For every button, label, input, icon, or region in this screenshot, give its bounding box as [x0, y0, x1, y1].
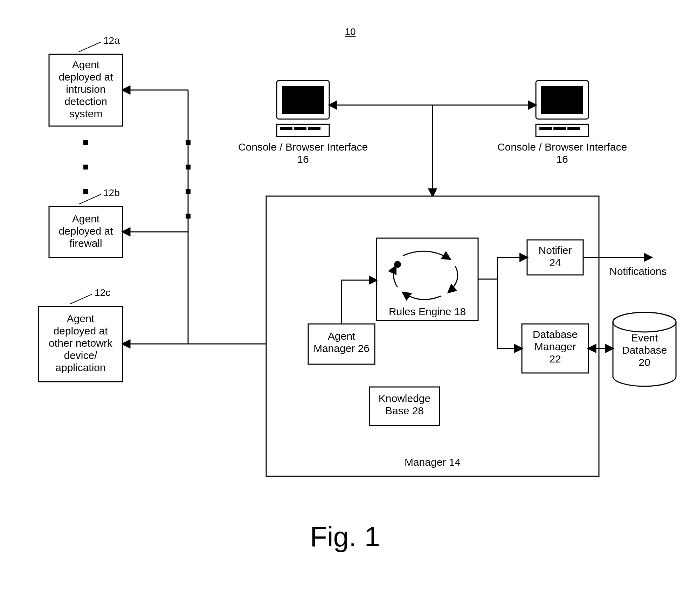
kb-l2: Base 28 — [385, 405, 424, 416]
svg-point-40 — [613, 312, 676, 332]
agent-12b-ref: 12b — [103, 187, 120, 198]
agent-12c-ref: 12c — [95, 287, 110, 298]
svg-rect-27 — [539, 127, 552, 130]
console-right-l1: Console / Browser Interface — [497, 141, 627, 153]
figure-caption: Fig. 1 — [310, 521, 380, 552]
console-right: Console / Browser Interface 16 — [497, 81, 627, 165]
agent-12a-l5: system — [69, 108, 102, 119]
kb-l1: Knowledge — [379, 393, 430, 404]
notifier-l1: Notifier — [538, 244, 572, 256]
agent-12b-l2: deployed at — [58, 225, 113, 237]
eventdb-l3: 20 — [639, 357, 650, 368]
svg-rect-26 — [536, 124, 588, 137]
eventdb-l1: Event — [631, 332, 658, 344]
notifier-box: Notifier 24 — [527, 240, 583, 275]
console-left-l2: 16 — [297, 153, 309, 165]
svg-rect-8 — [83, 189, 88, 194]
eventdb-l2: Database — [622, 344, 667, 356]
manager-label: Manager 14 — [405, 456, 461, 468]
figure-ref: 10 — [345, 26, 356, 37]
svg-line-3 — [79, 194, 101, 204]
svg-rect-22 — [294, 127, 306, 130]
agent-12c: 12c Agent deployed at other netowrk devi… — [39, 287, 123, 382]
svg-rect-29 — [567, 127, 580, 130]
agent-12c-l2: deployed at — [53, 325, 108, 337]
svg-rect-28 — [553, 127, 566, 130]
console-right-l2: 16 — [556, 153, 568, 165]
agent-12b-l3: firewall — [69, 237, 102, 249]
agent-12c-l4: device/ — [64, 349, 97, 361]
svg-rect-6 — [83, 140, 88, 145]
svg-rect-25 — [541, 86, 583, 114]
notifications-label: Notifications — [609, 265, 667, 277]
agent-12c-l3: other netowrk — [49, 337, 113, 349]
agent-12a-l1: Agent — [72, 59, 100, 70]
svg-line-1 — [79, 42, 101, 52]
rules-engine-label: Rules Engine 18 — [389, 306, 466, 317]
event-database: Event Database 20 — [613, 312, 676, 386]
agent-manager-l2: Manager 26 — [313, 342, 370, 354]
notifier-l2: 24 — [549, 257, 561, 268]
svg-rect-7 — [83, 165, 88, 169]
svg-rect-23 — [308, 127, 320, 130]
console-left-l1: Console / Browser Interface — [238, 141, 368, 153]
computer-icon — [277, 81, 329, 137]
svg-rect-21 — [280, 127, 292, 130]
agent-12b: 12b Agent deployed at firewall — [49, 187, 123, 257]
console-left: Console / Browser Interface 16 — [238, 81, 368, 165]
agent-12a-l4: detection — [64, 96, 107, 107]
db-manager-l1: Database — [533, 328, 578, 340]
svg-rect-19 — [282, 86, 324, 114]
agent-12a-l2: deployed at — [58, 71, 113, 83]
agent-12a-l3: intrusion — [66, 83, 105, 95]
db-manager-box: Database Manager 22 — [522, 324, 588, 373]
agent-manager-l1: Agent — [328, 330, 356, 342]
agent-manager-box: Agent Manager 26 — [308, 324, 375, 364]
agent-12a: 12a Agent deployed at intrusion detectio… — [49, 35, 123, 126]
db-manager-l3: 22 — [549, 353, 561, 365]
diagram-canvas: 10 12a Agent deployed at intrusion detec… — [0, 0, 690, 616]
agent-12b-l1: Agent — [72, 213, 100, 224]
knowledge-base-box: Knowledge Base 28 — [370, 387, 440, 425]
svg-line-5 — [70, 294, 92, 304]
db-manager-l2: Manager — [534, 341, 576, 352]
agent-12c-l1: Agent — [67, 313, 95, 324]
rules-engine-box: Rules Engine 18 — [377, 238, 478, 320]
agent-12a-ref: 12a — [103, 35, 120, 46]
computer-icon — [536, 81, 588, 137]
agent-12c-l5: application — [55, 362, 105, 373]
svg-rect-20 — [277, 124, 329, 137]
